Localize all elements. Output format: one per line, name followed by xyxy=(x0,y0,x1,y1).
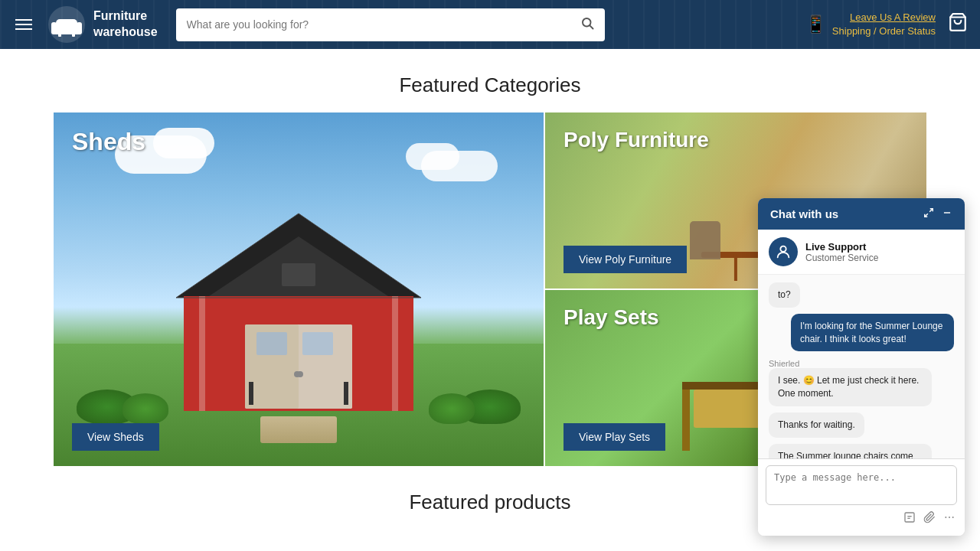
svg-rect-6 xyxy=(72,33,75,37)
chat-message-group: Shierled I see. 😊 Let me just check it h… xyxy=(769,357,954,406)
svg-point-22 xyxy=(297,371,303,377)
svg-rect-19 xyxy=(256,332,287,355)
agent-name: Live Support xyxy=(805,241,878,253)
site-header: Furniture warehouse 📱 Leave Us A Review … xyxy=(0,0,980,49)
chat-messages: to? I'm looking for the Summer Lounge ch… xyxy=(758,275,965,458)
svg-rect-23 xyxy=(249,382,253,405)
svg-rect-13 xyxy=(199,296,205,411)
agent-avatar xyxy=(769,237,798,266)
view-poly-furniture-button[interactable]: View Poly Furniture xyxy=(564,246,687,273)
brand-name: Furniture warehouse xyxy=(93,8,158,41)
svg-rect-20 xyxy=(302,332,333,355)
shipping-status-link: Shipping / Order Status xyxy=(832,24,936,38)
svg-rect-25 xyxy=(282,263,315,286)
chat-input-toolbar xyxy=(766,508,957,530)
chat-header: Chat with us xyxy=(758,198,965,230)
chat-widget: Chat with us Live Support C xyxy=(758,198,965,536)
logo-link[interactable]: Furniture warehouse xyxy=(47,5,158,44)
chat-format-button[interactable] xyxy=(903,511,916,527)
chat-attach-button[interactable] xyxy=(923,511,936,527)
logo-icon xyxy=(47,5,86,44)
category-card-sheds: Sheds View Sheds xyxy=(54,112,544,466)
view-play-sets-button[interactable]: View Play Sets xyxy=(564,423,665,451)
chat-message: Thanks for waiting. xyxy=(769,412,864,438)
svg-rect-2 xyxy=(51,22,57,34)
search-bar xyxy=(176,8,605,41)
menu-button[interactable] xyxy=(12,16,35,33)
chat-minimize-button[interactable] xyxy=(942,207,952,220)
chat-input-area xyxy=(758,458,965,536)
featured-categories-title: Featured Categories xyxy=(0,49,980,112)
chat-header-title: Chat with us xyxy=(770,207,838,220)
play-sets-category-label: Play Sets xyxy=(564,305,659,330)
chat-message: I see. 😊 Let me just check it here. One … xyxy=(769,368,932,406)
chat-more-button[interactable] xyxy=(943,511,956,527)
svg-line-8 xyxy=(590,25,593,28)
agent-role: Customer Service xyxy=(805,253,878,263)
chat-message-input[interactable] xyxy=(766,465,957,505)
shed-illustration xyxy=(168,191,429,420)
chat-header-actions xyxy=(923,207,952,220)
sender-label: Shierled xyxy=(769,359,954,368)
review-area: 📱 Leave Us A Review Shipping / Order Sta… xyxy=(805,11,936,38)
review-link[interactable]: Leave Us A Review xyxy=(832,11,936,24)
header-right: 📱 Leave Us A Review Shipping / Order Sta… xyxy=(805,11,968,38)
search-button[interactable] xyxy=(570,8,605,41)
svg-rect-30 xyxy=(905,513,914,522)
search-input[interactable] xyxy=(176,11,570,38)
chat-message: to? xyxy=(769,282,800,308)
svg-point-34 xyxy=(949,517,950,518)
view-sheds-button[interactable]: View Sheds xyxy=(72,423,159,451)
agent-info: Live Support Customer Service xyxy=(805,241,878,263)
chat-expand-button[interactable] xyxy=(923,207,934,220)
chat-message: The Summer lounge chairs come in 12" hei… xyxy=(769,444,932,458)
svg-rect-5 xyxy=(58,33,61,37)
svg-rect-24 xyxy=(344,382,348,405)
svg-rect-4 xyxy=(56,19,77,28)
chat-message: I'm looking for the Summer Lounge chair.… xyxy=(791,314,954,352)
sheds-category-label: Sheds xyxy=(72,128,145,156)
svg-point-33 xyxy=(945,517,946,518)
svg-point-35 xyxy=(952,517,954,518)
svg-rect-14 xyxy=(392,296,398,411)
svg-rect-3 xyxy=(77,22,82,34)
cart-button[interactable] xyxy=(948,12,968,37)
chat-agent-bar: Live Support Customer Service xyxy=(758,230,965,275)
svg-point-29 xyxy=(780,246,786,252)
poly-furniture-category-label: Poly Furniture xyxy=(564,128,709,152)
phone-icon: 📱 xyxy=(805,13,826,37)
